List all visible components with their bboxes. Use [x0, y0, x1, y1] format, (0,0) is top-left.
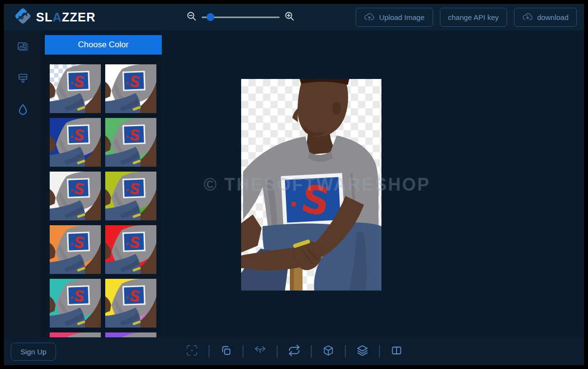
swatch-preview-person	[105, 225, 156, 274]
photos-icon	[16, 40, 30, 56]
swatch-yellow-purple[interactable]	[105, 279, 156, 328]
repeat-refresh-icon	[288, 344, 301, 359]
slazzer-logo-text: SLAZZER	[36, 10, 95, 24]
tool-rail	[4, 30, 41, 337]
droplet-icon	[16, 103, 30, 118]
subject-person-image: S	[241, 79, 381, 291]
choose-color-button[interactable]: Choose Color	[45, 35, 162, 55]
zoom-slider-thumb[interactable]	[207, 13, 214, 21]
upload-image-button[interactable]: Upload Image	[356, 8, 433, 27]
swatch-preview-person	[50, 332, 101, 337]
download-button[interactable]: download	[514, 8, 577, 27]
canvas-toolstrip	[186, 345, 403, 358]
zoom-in-magnifier-icon[interactable]	[285, 11, 295, 23]
sidebar-item-color-drop[interactable]	[16, 103, 30, 118]
cube-icon	[322, 345, 334, 358]
swatch-preview-person	[50, 225, 101, 274]
swatch-preview-person	[105, 64, 156, 113]
reset-button[interactable]	[288, 345, 301, 358]
swatch-purple[interactable]	[105, 332, 156, 337]
result-image[interactable]: S	[241, 79, 381, 291]
sign-up-button[interactable]: Sign Up	[11, 343, 56, 361]
swatch-light-gray[interactable]	[50, 172, 101, 220]
layers-button[interactable]	[356, 345, 369, 358]
topbar-buttons: Upload Image change API key download	[356, 8, 577, 27]
app-frame: SLAZZER	[0, 0, 588, 369]
swatch-transparent[interactable]	[50, 64, 101, 113]
swatch-preview-person	[105, 172, 156, 220]
undo-redo-button[interactable]	[254, 345, 266, 358]
editor-canvas[interactable]: © THESOFTWARESHOP	[162, 30, 584, 337]
swatch-dark-blue[interactable]	[50, 118, 101, 167]
swatch-pink[interactable]	[50, 332, 101, 337]
swatch-preview-person	[50, 118, 101, 167]
swatch-orange[interactable]	[50, 225, 101, 274]
toolstrip-divider	[243, 345, 244, 358]
color-swatch-grid	[50, 64, 156, 337]
zoom-control	[187, 4, 295, 30]
layers-icon	[356, 344, 369, 359]
swatch-preview-person	[105, 332, 156, 337]
toolstrip-divider	[311, 345, 312, 358]
sidebar-item-photos[interactable]	[16, 41, 30, 56]
toolstrip-divider	[345, 345, 346, 358]
cloud-upload-icon	[364, 12, 375, 22]
slazzer-window: SLAZZER	[4, 4, 584, 365]
cube-3d-button[interactable]	[322, 345, 335, 358]
fit-view-button[interactable]	[186, 345, 198, 358]
split-view-button[interactable]	[390, 345, 403, 358]
download-label: download	[537, 13, 569, 21]
change-api-key-button[interactable]: change API key	[440, 8, 507, 27]
toolstrip-divider	[379, 345, 380, 358]
slazzer-logo: SLAZZER	[14, 7, 95, 27]
change-api-key-label: change API key	[448, 13, 499, 21]
upload-image-label: Upload Image	[379, 13, 424, 21]
duplicate-icon	[220, 345, 232, 358]
zoom-slider[interactable]	[202, 13, 280, 21]
swatch-preview-person	[105, 279, 156, 328]
sidebar-item-brush[interactable]	[16, 72, 30, 87]
toolstrip-divider	[277, 345, 278, 358]
swatch-green[interactable]	[105, 118, 156, 167]
main-body: Choose Color	[4, 30, 584, 337]
split-view-icon	[391, 345, 402, 358]
swatch-teal[interactable]	[50, 279, 101, 328]
cloud-download-icon	[522, 12, 533, 22]
bottom-bar: Sign Up	[4, 337, 584, 365]
fit-view-icon	[186, 344, 198, 359]
swatch-preview-person	[50, 172, 101, 220]
undo-redo-arrows-icon	[253, 345, 267, 358]
swatch-preview-person	[50, 279, 101, 328]
toolstrip-divider	[209, 345, 209, 358]
zoom-out-magnifier-icon[interactable]	[187, 11, 197, 23]
swatch-preview-person	[105, 118, 156, 167]
swatch-preview-person	[50, 64, 101, 113]
top-bar: SLAZZER	[4, 4, 584, 30]
color-panel: Choose Color	[41, 30, 162, 337]
duplicate-button[interactable]	[220, 345, 232, 358]
slazzer-logo-icon	[14, 7, 32, 27]
swatch-red[interactable]	[105, 225, 156, 274]
paint-brush-icon	[16, 72, 30, 87]
swatch-white[interactable]	[105, 64, 156, 113]
swatch-yellow-green[interactable]	[105, 172, 156, 220]
